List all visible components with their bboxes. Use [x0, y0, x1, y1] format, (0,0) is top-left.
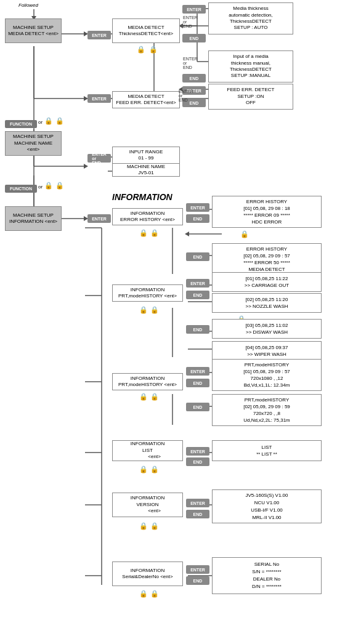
lock-icon-1: 🔒 [137, 46, 145, 54]
enter-or-end-label-1: ENTERorEND [183, 15, 198, 28]
svg-marker-26 [84, 164, 88, 169]
end-btn-list[interactable]: END [186, 457, 209, 466]
prt-history-1-box: [01] 05,08,25 11:22>> CARRIAGE OUT [212, 272, 322, 292]
lock-icon-6: 🔒 [55, 182, 64, 190]
lock-icon-16: 🔒 [139, 465, 148, 473]
lock-icon-5: 🔒 [44, 182, 53, 190]
enter-btn-error-hist[interactable]: ENTER [186, 203, 209, 212]
machine-name-box: MACHINE NAMEJV5-01 [112, 163, 180, 177]
enter-or-end-label-2: ENTERorEND [183, 57, 198, 70]
end-btn-serial[interactable]: END [186, 576, 209, 585]
end-btn-prt-hist-2[interactable]: END [186, 325, 209, 334]
enter-or-end-label-3: ENTERorEND [179, 89, 193, 102]
lock-icon-21: 🔒 [150, 590, 159, 598]
info-serial-box: INFORMATIONSerial&DealerNo <ent> [112, 561, 183, 586]
information-section-label: INFORMATION [112, 192, 172, 202]
thickness-manual-box: Input of a mediathickness manual,Thickne… [208, 50, 293, 83]
enter-btn-list[interactable]: ENTER [186, 447, 209, 456]
prt-history-3-box: [03] 05,08,25 11:02>> DISWAY WASH [212, 319, 322, 339]
info-version-box: INFORMATIONVERSION <ent> [112, 493, 183, 517]
lock-icon-19: 🔒 [150, 522, 159, 530]
enter-end-btn-name[interactable]: ENTERorEND [87, 154, 111, 163]
function-btn-2[interactable]: FUNCTION [5, 185, 37, 193]
enter-btn-prt-hist[interactable]: ENTER [186, 279, 209, 288]
enter-btn-thickness-auto[interactable]: ENTER [182, 5, 206, 14]
or-text-1: or [38, 119, 43, 125]
end-btn-prt-mode-hist-1[interactable]: END [186, 379, 209, 387]
info-list-box: INFORMATIONLIST <ent> [112, 440, 183, 461]
enter-btn-prt-mode-hist[interactable]: ENTER [186, 367, 209, 376]
lock-icon-9: 🔒 [150, 229, 159, 237]
enter-btn-feed[interactable]: ENTER [87, 94, 111, 103]
end-btn-version[interactable]: END [186, 510, 209, 518]
lock-icon-20: 🔒 [139, 590, 148, 598]
machine-setup-media-label: MACHINE SETUPMEDIA DETECT <ent> [8, 25, 59, 38]
info-prt-mode-history-box: INFORMATIONPRT,modeHISTORY <ent> [112, 373, 183, 390]
function-btn-1[interactable]: FUNCTION [5, 120, 37, 128]
svg-marker-39 [185, 231, 189, 236]
prt-history-4-box: [04] 05,08,25 09:37>> WIPER WASH [212, 341, 322, 361]
serial-content-box: SERIAL NoS/N = ********DEALER NoD/N = **… [212, 557, 322, 594]
end-btn-auto[interactable]: END [182, 34, 206, 42]
lock-icon-2: 🔒 [149, 46, 158, 54]
lock-icon-15: 🔒 [150, 393, 159, 401]
list-content-box: LIST** LIST ** [212, 440, 322, 461]
info-prt-history-box: INFORMATIONPRT,modeHISTORY <ent> [112, 284, 183, 302]
prt-mode-history-1-box: PRT,modeHISTORY[01] 05,08, 29 09 : 57720… [212, 359, 322, 391]
end-btn-error-hist-2[interactable]: END [186, 252, 209, 261]
error-history-2-box: ERROR HISTORY[02] 05,08, 29 09 : 57*****… [212, 243, 322, 275]
enter-btn-serial[interactable]: ENTER [186, 565, 209, 574]
machine-setup-media-box: MACHINE SETUPMEDIA DETECT <ent> [5, 18, 62, 43]
lock-icon-18: 🔒 [139, 522, 148, 530]
lock-icon-4: 🔒 [55, 117, 64, 125]
lock-icon-3: 🔒 [44, 117, 53, 125]
end-btn-error-hist-1[interactable]: END [186, 214, 209, 223]
lock-icon-14: 🔒 [139, 393, 148, 401]
info-error-history-box: INFORMATIONERROR HISTORY <ent> [112, 208, 183, 225]
machine-setup-info-box: MACHINE SETUPINFORMATION <ent> [5, 206, 62, 231]
end-btn-prt-hist-1[interactable]: END [186, 291, 209, 299]
thickness-auto-box: Media thicknessautomatic detection,Thick… [208, 2, 293, 34]
input-range-box: INPUT RANGE01 - 99 [112, 147, 180, 164]
lock-icon-8: 🔒 [139, 229, 148, 237]
lock-icon-7: 🔒 [240, 230, 249, 238]
prt-history-2-box: [02] 05,08,25 11:20>> NOZZLE WASH [212, 293, 322, 313]
media-detect-feed-box: MEDIA DETECTFEED ERR. DETECT<ent> [112, 91, 180, 108]
error-history-1-box: ERROR HISTORY[01] 05,08, 29 08 : 18*****… [212, 196, 322, 228]
enter-btn-version[interactable]: ENTER [186, 499, 209, 507]
or-text-2: or [38, 184, 43, 190]
feed-err-detect-box: FEED ERR. DETECTSETUP :ONOFF [208, 84, 293, 110]
end-btn-manual[interactable]: END [182, 74, 206, 83]
followed-label: Followed [18, 2, 38, 8]
prt-mode-history-2-box: PRT,modeHISTORY[02] 05,09, 29 09 : 59720… [212, 394, 322, 426]
enter-btn-info[interactable]: ENTER [87, 214, 111, 223]
end-btn-prt-mode-hist-2[interactable]: END [186, 403, 209, 411]
enter-btn-1[interactable]: ENTER [87, 31, 111, 39]
main-diagram: Followed MACHINE SETUPMEDIA DETECT <ent>… [0, 0, 361, 10]
lock-icon-11: 🔒 [139, 306, 148, 314]
lock-icon-12: 🔒 [150, 306, 159, 314]
machine-setup-name-box: MACHINE SETUPMACHINE NAME <ent> [5, 131, 62, 156]
media-detect-thickness-box: MEDIA DETECTThicknessDETECT<ent> [112, 18, 180, 43]
version-content-box: JV5-160S(S) V1.00NCU V1.00USB-I/F V1.00M… [212, 489, 322, 523]
lock-icon-17: 🔒 [150, 465, 159, 473]
